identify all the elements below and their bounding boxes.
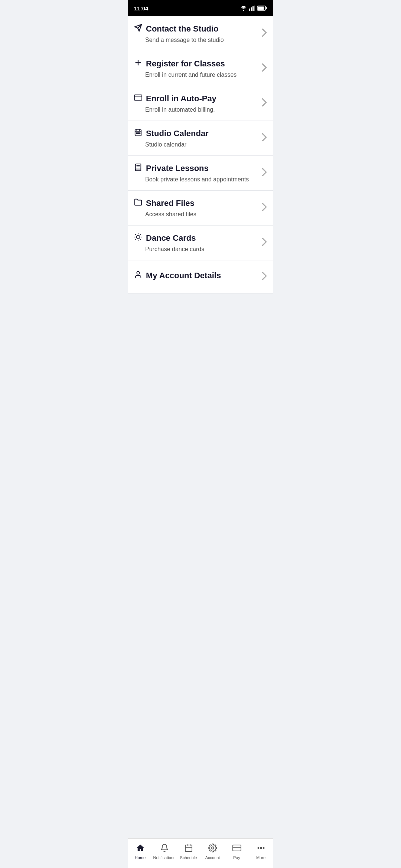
svg-rect-2	[251, 7, 252, 11]
dance-cards-chevron	[262, 238, 267, 248]
studio-calendar-title: Studio Calendar	[146, 129, 209, 138]
battery-icon	[257, 6, 267, 11]
svg-rect-18	[136, 133, 137, 134]
menu-item-my-account[interactable]: My Account Details	[128, 260, 273, 294]
svg-line-31	[140, 234, 141, 235]
my-account-title: My Account Details	[146, 271, 221, 280]
status-bar: 11:04	[128, 0, 273, 16]
signal-icon	[249, 6, 255, 11]
send-icon	[134, 24, 142, 34]
my-account-chevron	[262, 272, 267, 282]
contact-studio-subtitle: Send a message to the studio	[134, 37, 257, 43]
autopay-title: Enroll in Auto-Pay	[146, 94, 216, 103]
book-icon	[134, 163, 142, 173]
contact-studio-chevron	[262, 29, 267, 39]
svg-rect-4	[254, 6, 255, 11]
studio-calendar-chevron	[262, 133, 267, 143]
dance-cards-title: Dance Cards	[146, 233, 196, 243]
autopay-subtitle: Enroll in automated billing.	[134, 106, 257, 113]
folder-icon	[134, 198, 142, 208]
user-icon	[134, 270, 142, 280]
menu-item-contact-studio[interactable]: Contact the Studio Send a message to the…	[128, 16, 273, 51]
content-area: Contact the Studio Send a message to the…	[128, 16, 273, 323]
menu-item-dance-cards[interactable]: Dance Cards Purchase dance cards	[128, 226, 273, 260]
shared-files-title: Shared Files	[146, 198, 195, 208]
calendar-icon	[134, 128, 142, 138]
dance-cards-subtitle: Purchase dance cards	[134, 246, 257, 253]
status-time: 11:04	[134, 5, 148, 11]
register-classes-subtitle: Enroll in current and future classes	[134, 72, 257, 78]
menu-item-autopay[interactable]: Enroll in Auto-Pay Enroll in automated b…	[128, 86, 273, 121]
menu-item-shared-files[interactable]: Shared Files Access shared files	[128, 191, 273, 226]
menu-item-studio-calendar[interactable]: Studio Calendar Studio calendar	[128, 121, 273, 156]
svg-line-30	[136, 239, 136, 240]
svg-line-26	[136, 234, 136, 235]
private-lessons-chevron	[262, 168, 267, 178]
shared-files-chevron	[262, 203, 267, 213]
private-lessons-subtitle: Book private lessons and appointments	[134, 176, 257, 183]
sun-icon	[134, 233, 142, 243]
svg-rect-7	[266, 7, 267, 9]
svg-point-23	[136, 235, 140, 239]
studio-calendar-subtitle: Studio calendar	[134, 141, 257, 148]
svg-rect-19	[138, 133, 139, 134]
contact-studio-title: Contact the Studio	[146, 24, 219, 34]
register-classes-title: Register for Classes	[146, 59, 225, 69]
svg-rect-3	[252, 6, 254, 11]
private-lessons-title: Private Lessons	[146, 164, 209, 173]
svg-point-32	[137, 272, 139, 274]
autopay-chevron	[262, 98, 267, 108]
credit-card-icon	[134, 93, 142, 103]
menu-item-private-lessons[interactable]: Private Lessons Book private lessons and…	[128, 156, 273, 191]
svg-rect-6	[258, 7, 264, 10]
menu-list: Contact the Studio Send a message to the…	[128, 16, 273, 294]
svg-rect-1	[249, 9, 250, 11]
shared-files-subtitle: Access shared files	[134, 211, 257, 218]
svg-rect-20	[139, 133, 140, 134]
status-icons	[240, 6, 267, 11]
svg-point-0	[243, 10, 244, 11]
svg-rect-12	[134, 95, 142, 101]
plus-icon	[134, 59, 142, 69]
wifi-icon	[240, 6, 247, 11]
svg-line-27	[140, 239, 141, 240]
menu-item-register-classes[interactable]: Register for Classes Enroll in current a…	[128, 51, 273, 86]
register-classes-chevron	[262, 63, 267, 73]
